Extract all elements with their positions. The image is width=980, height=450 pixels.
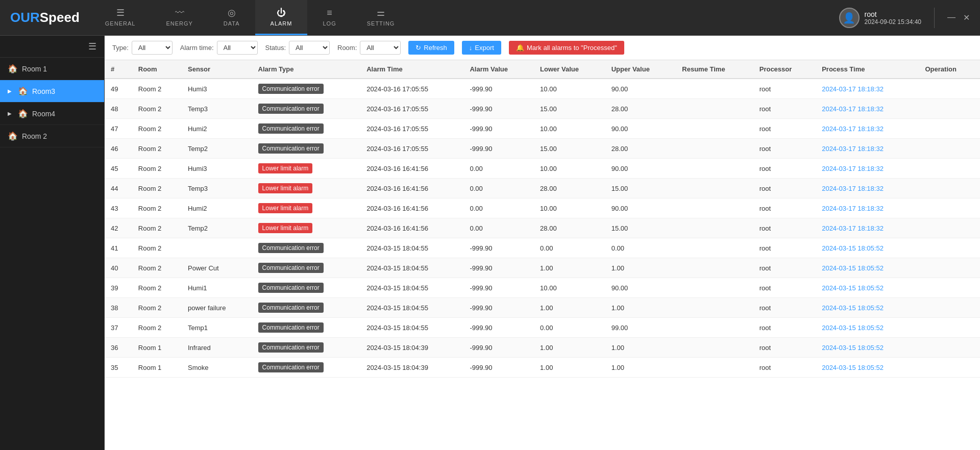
header-divider bbox=[934, 8, 935, 28]
cell-process-time: 2024-03-15 18:05:52 bbox=[816, 358, 919, 378]
cell-operation[interactable] bbox=[919, 238, 981, 258]
room2-icon: 🏠 bbox=[8, 131, 18, 141]
cell-operation[interactable] bbox=[919, 278, 981, 298]
cell-operation[interactable] bbox=[919, 119, 981, 139]
cell-operation[interactable] bbox=[919, 218, 981, 238]
close-button[interactable]: ✕ bbox=[963, 13, 970, 22]
alarm-time-select[interactable]: All bbox=[217, 41, 258, 55]
cell-operation[interactable] bbox=[919, 198, 981, 218]
cell-sensor: Temp3 bbox=[182, 99, 252, 119]
cell-num: 37 bbox=[105, 318, 132, 338]
cell-alarm-type: Communication error bbox=[252, 258, 361, 278]
table-row: 47 Room 2 Humi2 Communication error 2024… bbox=[105, 119, 980, 139]
cell-operation[interactable] bbox=[919, 258, 981, 278]
cell-num: 39 bbox=[105, 278, 132, 298]
tab-general[interactable]: ☰ GENERAL bbox=[90, 0, 151, 35]
cell-upper-value: 15.00 bbox=[605, 179, 676, 198]
cell-alarm-value: -999.90 bbox=[463, 358, 534, 378]
filter-type: Type: All bbox=[112, 41, 173, 55]
cell-resume-time bbox=[676, 218, 753, 238]
col-sensor: Sensor bbox=[182, 60, 252, 79]
cell-process-time: 2024-03-15 18:05:52 bbox=[816, 258, 919, 278]
col-processor: Processor bbox=[753, 60, 816, 79]
cell-alarm-time: 2024-03-15 18:04:55 bbox=[360, 298, 463, 318]
cell-alarm-value: -999.90 bbox=[463, 139, 534, 159]
minimize-button[interactable]: — bbox=[947, 13, 955, 22]
cell-sensor: Humi3 bbox=[182, 159, 252, 179]
cell-process-time: 2024-03-17 18:18:32 bbox=[816, 139, 919, 159]
cell-sensor: power failure bbox=[182, 298, 252, 318]
cell-resume-time bbox=[676, 159, 753, 179]
tab-general-label: GENERAL bbox=[105, 20, 136, 27]
cell-upper-value: 1.00 bbox=[605, 258, 676, 278]
cell-operation[interactable] bbox=[919, 358, 981, 378]
cell-processor: root bbox=[753, 318, 816, 338]
col-upper-value: Upper Value bbox=[605, 60, 676, 79]
alarm-icon: ⏻ bbox=[277, 8, 286, 18]
cell-resume-time bbox=[676, 179, 753, 198]
cell-resume-time bbox=[676, 139, 753, 159]
cell-operation[interactable] bbox=[919, 159, 981, 179]
cell-alarm-value: -999.90 bbox=[463, 318, 534, 338]
cell-num: 47 bbox=[105, 119, 132, 139]
menu-icon[interactable]: ☰ bbox=[88, 41, 96, 52]
cell-lower-value: 1.00 bbox=[534, 338, 605, 358]
cell-upper-value: 1.00 bbox=[605, 298, 676, 318]
col-alarm-time: Alarm Time bbox=[360, 60, 463, 79]
room-select[interactable]: All bbox=[360, 41, 401, 55]
cell-operation[interactable] bbox=[919, 338, 981, 358]
cell-upper-value: 15.00 bbox=[605, 218, 676, 238]
cell-operation[interactable] bbox=[919, 139, 981, 159]
col-operation: Operation bbox=[919, 60, 981, 79]
avatar: 👤 bbox=[839, 8, 860, 28]
cell-alarm-type: Communication error bbox=[252, 318, 361, 338]
export-button[interactable]: ↓ Export bbox=[462, 41, 501, 55]
cell-room: Room 2 bbox=[132, 119, 182, 139]
tab-setting[interactable]: ⚌ SETTING bbox=[352, 0, 410, 35]
cell-process-time: 2024-03-17 18:18:32 bbox=[816, 179, 919, 198]
tab-log[interactable]: ≡ LOG bbox=[307, 0, 351, 35]
cell-alarm-type: Lower limit alarm bbox=[252, 179, 361, 198]
cell-sensor bbox=[182, 238, 252, 258]
tab-energy[interactable]: 〰 ENERGY bbox=[151, 0, 208, 35]
sidebar-item-room3[interactable]: ▶ 🏠 Room3 bbox=[0, 80, 104, 103]
cell-operation[interactable] bbox=[919, 298, 981, 318]
cell-sensor: Power Cut bbox=[182, 258, 252, 278]
cell-alarm-value: -999.90 bbox=[463, 278, 534, 298]
cell-lower-value: 15.00 bbox=[534, 99, 605, 119]
cell-alarm-time: 2024-03-16 16:41:56 bbox=[360, 159, 463, 179]
cell-operation[interactable] bbox=[919, 179, 981, 198]
sidebar-item-room2[interactable]: 🏠 Room 2 bbox=[0, 125, 104, 147]
tab-data[interactable]: ◎ DATA bbox=[208, 0, 255, 35]
sidebar-item-room1[interactable]: 🏠 Room 1 bbox=[0, 58, 104, 80]
cell-room: Room 2 bbox=[132, 159, 182, 179]
cell-alarm-time: 2024-03-16 16:41:56 bbox=[360, 179, 463, 198]
cell-alarm-type: Lower limit alarm bbox=[252, 159, 361, 179]
cell-process-time: 2024-03-17 18:18:32 bbox=[816, 99, 919, 119]
sidebar: ☰ 🏠 Room 1 ▶ 🏠 Room3 ▶ 🏠 Room4 🏠 Room 2 bbox=[0, 36, 105, 450]
cell-alarm-time: 2024-03-15 18:04:55 bbox=[360, 238, 463, 258]
cell-processor: root bbox=[753, 159, 816, 179]
room3-expand-icon: ▶ bbox=[8, 88, 12, 94]
cell-num: 46 bbox=[105, 139, 132, 159]
mark-all-button[interactable]: 🔔 Mark all alarms to "Processed" bbox=[509, 41, 624, 55]
cell-upper-value: 90.00 bbox=[605, 79, 676, 99]
sidebar-item-room4[interactable]: ▶ 🏠 Room4 bbox=[0, 103, 104, 125]
refresh-button[interactable]: ↻ Refresh bbox=[408, 41, 454, 55]
cell-operation[interactable] bbox=[919, 318, 981, 338]
cell-processor: root bbox=[753, 278, 816, 298]
tab-alarm[interactable]: ⏻ ALARM bbox=[255, 0, 308, 35]
cell-alarm-time: 2024-03-16 17:05:55 bbox=[360, 119, 463, 139]
cell-room: Room 2 bbox=[132, 198, 182, 218]
cell-operation[interactable] bbox=[919, 79, 981, 99]
table-row: 43 Room 2 Humi2 Lower limit alarm 2024-0… bbox=[105, 198, 980, 218]
cell-alarm-value: -999.90 bbox=[463, 238, 534, 258]
room1-icon: 🏠 bbox=[8, 64, 18, 73]
type-select[interactable]: All bbox=[132, 41, 173, 55]
cell-alarm-value: -999.90 bbox=[463, 258, 534, 278]
cell-operation[interactable] bbox=[919, 99, 981, 119]
room4-icon: 🏠 bbox=[18, 109, 28, 118]
table-row: 35 Room 1 Smoke Communication error 2024… bbox=[105, 358, 980, 378]
status-select[interactable]: All bbox=[289, 41, 330, 55]
cell-processor: root bbox=[753, 198, 816, 218]
